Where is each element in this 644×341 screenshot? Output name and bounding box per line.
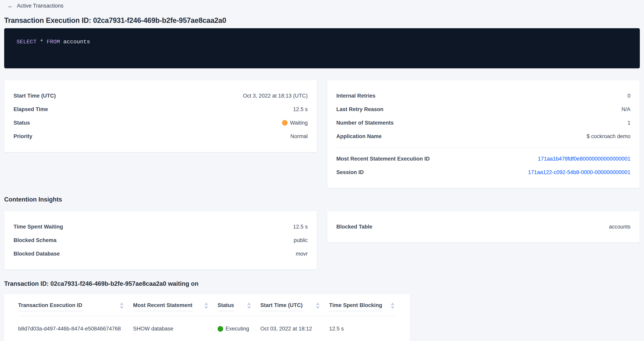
elapsed-time-value: 12.5 s — [293, 106, 308, 112]
summary-row-application-name: Application Name $ cockroach demo — [336, 130, 630, 143]
sql-keyword: SELECT — [16, 39, 36, 45]
cell-time-spent-blocking: 12.5 s — [329, 316, 396, 341]
priority-value: Normal — [290, 133, 308, 139]
waiting-on-heading: Transaction ID: 02ca7931-f246-469b-b2fe-… — [4, 280, 640, 288]
summary-row-internal-retries: Internal Retries 0 — [336, 89, 630, 102]
cell-start-time: Oct 03, 2022 at 18:12 — [260, 316, 329, 341]
column-label: Transaction Execution ID — [18, 302, 82, 311]
summary-row-status: Status Waiting — [14, 116, 308, 130]
application-name-label: Application Name — [336, 133, 382, 139]
blocked-database-value: movr — [296, 251, 308, 257]
sql-statement-box: SELECT * FROM accounts — [4, 28, 640, 68]
summary-row-last-retry-reason: Last Retry Reason N/A — [336, 102, 630, 116]
waiting-on-table: Transaction Execution ID Most Recent Sta… — [18, 294, 396, 341]
blocked-table-value: accounts — [609, 224, 630, 230]
cell-transaction-execution-id: b8d7d03a-d497-446b-8474-e50846674768 — [18, 316, 133, 341]
column-header-status[interactable]: Status — [218, 294, 260, 316]
cell-most-recent-statement: SHOW database — [133, 316, 218, 341]
contention-insights-heading: Contention Insights — [4, 195, 640, 204]
table-header-row: Transaction Execution ID Most Recent Sta… — [18, 294, 396, 316]
contention-row-blocked-database: Blocked Database movr — [14, 247, 308, 261]
sort-arrows-icon[interactable] — [316, 303, 320, 309]
contention-row-blocked-schema: Blocked Schema public — [14, 234, 308, 247]
cell-status: Executing — [218, 316, 260, 341]
sort-asc-icon — [247, 303, 251, 305]
sort-arrows-icon[interactable] — [391, 303, 394, 309]
transaction-summary-card: Start Time (UTC) Oct 3, 2022 at 18:13 (U… — [4, 80, 317, 152]
elapsed-time-label: Elapsed Time — [14, 106, 48, 112]
summary-row-priority: Priority Normal — [14, 130, 308, 143]
column-header-transaction-execution-id[interactable]: Transaction Execution ID — [18, 294, 133, 316]
application-name-value: $ cockroach demo — [586, 133, 630, 139]
contention-cards-row: Time Spent Waiting 12.5 s Blocked Schema… — [4, 211, 640, 270]
sort-asc-icon — [204, 303, 208, 305]
sort-arrows-icon[interactable] — [120, 303, 124, 309]
column-header-most-recent-statement[interactable]: Most Recent Statement — [133, 294, 218, 316]
blocked-schema-value: public — [294, 237, 308, 243]
internal-retries-label: Internal Retries — [336, 93, 376, 99]
sort-desc-icon — [120, 307, 124, 309]
time-spent-waiting-label: Time Spent Waiting — [14, 224, 63, 230]
back-arrow-icon: ← — [7, 3, 13, 9]
back-link-label: Active Transactions — [17, 3, 64, 9]
table-row: b8d7d03a-d497-446b-8474-e50846674768 SHO… — [18, 316, 396, 341]
blocked-schema-label: Blocked Schema — [14, 237, 56, 243]
summary-row-session-id: Session ID 171aa122-c092-54b8-0000-00000… — [336, 166, 630, 179]
sort-desc-icon — [204, 307, 208, 309]
back-row: ← Active Transactions — [4, 0, 640, 9]
sql-text: * — [36, 39, 46, 45]
session-id-label: Session ID — [336, 169, 364, 175]
last-retry-reason-value: N/A — [622, 106, 630, 112]
page-title: Transaction Execution ID: 02ca7931-f246-… — [4, 16, 640, 25]
sort-arrows-icon[interactable] — [204, 303, 208, 309]
number-of-statements-value: 1 — [628, 120, 630, 126]
column-label: Status — [218, 302, 234, 311]
column-label: Most Recent Statement — [133, 302, 192, 311]
sort-arrows-icon[interactable] — [247, 303, 251, 309]
time-spent-waiting-value: 12.5 s — [293, 224, 308, 230]
status-executing-dot-icon — [218, 326, 223, 332]
summary-cards-row: Start Time (UTC) Oct 3, 2022 at 18:13 (U… — [4, 80, 640, 188]
transaction-details-page: ← Active Transactions Transaction Execut… — [0, 0, 644, 341]
contention-right-card: Blocked Table accounts — [327, 211, 640, 243]
status-text: Waiting — [290, 120, 308, 126]
sort-asc-icon — [391, 303, 394, 305]
status-label: Status — [14, 120, 30, 126]
column-label: Start Time (UTC) — [260, 302, 303, 311]
internal-retries-value: 0 — [628, 93, 630, 99]
status-text: Executing — [226, 326, 249, 332]
priority-label: Priority — [14, 133, 32, 139]
most-recent-statement-execution-id-link[interactable]: 171aa1b478fdf0e80000000000000001 — [538, 156, 631, 162]
status-waiting-dot-icon — [282, 120, 288, 126]
sort-asc-icon — [316, 303, 320, 305]
contention-left-card: Time Spent Waiting 12.5 s Blocked Schema… — [4, 211, 317, 270]
column-header-start-time[interactable]: Start Time (UTC) — [260, 294, 329, 316]
column-header-time-spent-blocking[interactable]: Time Spent Blocking — [329, 294, 396, 316]
session-id-link[interactable]: 171aa122-c092-54b8-0000-000000000001 — [528, 169, 630, 175]
start-time-label: Start Time (UTC) — [14, 93, 56, 99]
sort-desc-icon — [316, 307, 320, 309]
sql-keyword: FROM — [46, 39, 60, 45]
contention-row-blocked-table: Blocked Table accounts — [336, 220, 630, 234]
column-label: Time Spent Blocking — [329, 302, 382, 311]
sort-asc-icon — [120, 303, 124, 305]
last-retry-reason-label: Last Retry Reason — [336, 106, 384, 112]
start-time-value: Oct 3, 2022 at 18:13 (UTC) — [243, 93, 308, 99]
back-to-active-transactions-link[interactable]: ← Active Transactions — [7, 3, 64, 9]
status-value: Waiting — [282, 120, 308, 126]
summary-row-most-recent-statement-execution-id: Most Recent Statement Execution ID 171aa… — [336, 152, 630, 166]
blocked-table-label: Blocked Table — [336, 224, 372, 230]
transaction-meta-card: Internal Retries 0 Last Retry Reason N/A… — [327, 80, 640, 188]
summary-row-elapsed-time: Elapsed Time 12.5 s — [14, 102, 308, 116]
summary-row-number-of-statements: Number of Statements 1 — [336, 116, 630, 130]
sort-desc-icon — [247, 307, 251, 309]
number-of-statements-label: Number of Statements — [336, 120, 394, 126]
sql-text: accounts — [60, 39, 90, 45]
sort-desc-icon — [391, 307, 394, 309]
card-divider — [336, 147, 630, 148]
contention-row-time-spent-waiting: Time Spent Waiting 12.5 s — [14, 220, 308, 234]
waiting-on-table-card: Transaction Execution ID Most Recent Sta… — [4, 294, 410, 341]
summary-row-start-time: Start Time (UTC) Oct 3, 2022 at 18:13 (U… — [14, 89, 308, 102]
blocked-database-label: Blocked Database — [14, 251, 60, 257]
most-recent-statement-execution-id-label: Most Recent Statement Execution ID — [336, 156, 430, 162]
